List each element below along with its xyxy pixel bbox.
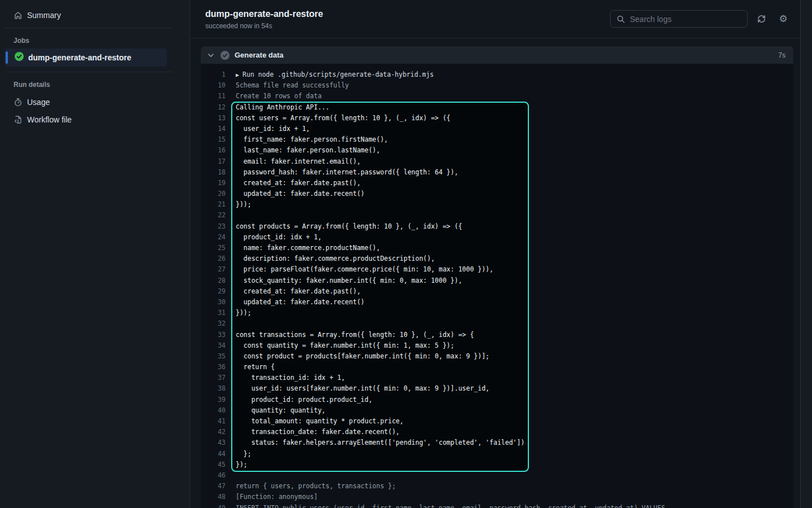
log-text: price: parseFloat(faker.commerce.price({… xyxy=(236,264,493,275)
line-number[interactable]: 18 xyxy=(201,167,226,178)
line-number[interactable]: 27 xyxy=(201,264,226,275)
line-number[interactable]: 24 xyxy=(201,232,226,243)
group-expand-triangle-icon[interactable]: ▶ xyxy=(236,72,239,78)
log-line-13[interactable]: 13const users = Array.from({ length: 10 … xyxy=(201,113,793,124)
gear-icon[interactable]: ⚙ xyxy=(778,14,788,24)
log-line-26[interactable]: 26 description: faker.commerce.productDe… xyxy=(201,253,793,264)
log-line-37[interactable]: 37 transaction_id: idx + 1, xyxy=(201,373,793,383)
log-line-10[interactable]: 10Schema file read successfully xyxy=(201,80,793,91)
log-line-21[interactable]: 21})); xyxy=(201,199,793,210)
line-number[interactable]: 40 xyxy=(201,405,226,416)
line-number[interactable]: 31 xyxy=(201,308,226,318)
line-number[interactable]: 17 xyxy=(201,156,226,167)
line-number[interactable]: 1 xyxy=(201,69,226,80)
log-line-40[interactable]: 40 quantity: quantity, xyxy=(201,405,793,416)
log-line-47[interactable]: 47return { users, products, transactions… xyxy=(201,481,793,492)
line-number[interactable]: 23 xyxy=(201,221,226,232)
step-header-generate-data[interactable]: Generate data 7s xyxy=(201,46,793,64)
line-number[interactable]: 14 xyxy=(201,124,226,134)
log-line-23[interactable]: 23const products = Array.from({ length: … xyxy=(201,221,793,232)
line-number[interactable]: 10 xyxy=(201,80,226,91)
line-number[interactable]: 34 xyxy=(201,340,226,351)
job-name: dump-generate-and-restore xyxy=(28,53,131,62)
line-number[interactable]: 28 xyxy=(201,275,226,286)
sidebar-item-summary[interactable]: Summary xyxy=(9,6,171,24)
log-line-29[interactable]: 29 created_at: faker.date.past(), xyxy=(201,286,793,297)
sidebar-job-dump-generate-and-restore[interactable]: dump-generate-and-restore xyxy=(5,49,167,67)
log-line-15[interactable]: 15 first_name: faker.person.firstName(), xyxy=(201,134,793,145)
log-line-19[interactable]: 19 created_at: faker.date.past(), xyxy=(201,178,793,189)
line-number[interactable]: 30 xyxy=(201,297,226,308)
log-line-24[interactable]: 24 product_id: idx + 1, xyxy=(201,232,793,243)
line-number[interactable]: 13 xyxy=(201,113,226,124)
line-number[interactable]: 37 xyxy=(201,373,226,383)
line-number[interactable]: 15 xyxy=(201,134,226,145)
sidebar-item-usage[interactable]: Usage xyxy=(9,93,171,111)
line-number[interactable]: 43 xyxy=(201,437,226,448)
run-header: dump-generate-and-restore succeeded now … xyxy=(190,0,800,38)
log-line-34[interactable]: 34 const quantity = faker.number.int({ m… xyxy=(201,340,793,351)
line-number[interactable]: 26 xyxy=(201,253,226,264)
log-line-16[interactable]: 16 last_name: faker.person.lastName(), xyxy=(201,145,793,156)
log-line-38[interactable]: 38 user_id: users[faker.number.int({ min… xyxy=(201,383,793,394)
line-number[interactable]: 45 xyxy=(201,459,226,470)
log-text: name: faker.commerce.productName(), xyxy=(236,243,380,253)
log-line-33[interactable]: 33const transactions = Array.from({ leng… xyxy=(201,330,793,340)
line-number[interactable]: 21 xyxy=(201,199,226,210)
line-number[interactable]: 36 xyxy=(201,362,226,373)
refresh-button[interactable] xyxy=(756,14,766,24)
log-line-17[interactable]: 17 email: faker.internet.email(), xyxy=(201,156,793,167)
log-line-41[interactable]: 41 total_amount: quantity * product.pric… xyxy=(201,416,793,427)
log-line-39[interactable]: 39 product_id: product.product_id, xyxy=(201,395,793,405)
log-line-12[interactable]: 12Calling Anthropic API... xyxy=(201,102,793,113)
log-text: status: faker.helpers.arrayElement(['pen… xyxy=(236,437,524,448)
line-number[interactable]: 44 xyxy=(201,449,226,459)
line-number[interactable]: 35 xyxy=(201,351,226,362)
log-line-35[interactable]: 35 const product = products[faker.number… xyxy=(201,351,793,362)
log-line-49[interactable]: 49INSERT INTO public.users (user_id, fir… xyxy=(201,503,793,508)
log-line-44[interactable]: 44 }; xyxy=(201,449,793,459)
chevron-down-icon[interactable] xyxy=(206,51,215,60)
log-line-31[interactable]: 31})); xyxy=(201,308,793,318)
line-number[interactable]: 48 xyxy=(201,492,226,502)
line-number[interactable]: 16 xyxy=(201,145,226,156)
search-logs-input[interactable] xyxy=(630,15,742,24)
line-number[interactable]: 41 xyxy=(201,416,226,427)
log-line-27[interactable]: 27 price: parseFloat(faker.commerce.pric… xyxy=(201,264,793,275)
line-number[interactable]: 25 xyxy=(201,243,226,253)
log-line-14[interactable]: 14 user_id: idx + 1, xyxy=(201,124,793,134)
line-number[interactable]: 49 xyxy=(201,503,226,508)
search-logs-box[interactable] xyxy=(610,10,748,28)
log-line-28[interactable]: 28 stock_quantity: faker.number.int({ mi… xyxy=(201,275,793,286)
line-number[interactable]: 32 xyxy=(201,318,226,329)
line-number[interactable]: 11 xyxy=(201,91,226,102)
log-line-32[interactable]: 32 xyxy=(201,318,793,329)
sidebar-item-workflow-file[interactable]: Workflow file xyxy=(9,111,171,129)
log-line-45[interactable]: 45}); xyxy=(201,459,793,470)
log-line-18[interactable]: 18 password_hash: faker.internet.passwor… xyxy=(201,167,793,178)
line-number[interactable]: 22 xyxy=(201,210,226,221)
sidebar-usage-label: Usage xyxy=(27,98,50,107)
log-line-48[interactable]: 48[Function: anonymous] xyxy=(201,492,793,502)
line-number[interactable]: 20 xyxy=(201,189,226,199)
log-line-25[interactable]: 25 name: faker.commerce.productName(), xyxy=(201,243,793,253)
log-line-11[interactable]: 11Create 10 rows of data xyxy=(201,91,793,102)
line-number[interactable]: 29 xyxy=(201,286,226,297)
line-number[interactable]: 39 xyxy=(201,395,226,405)
line-number[interactable]: 42 xyxy=(201,427,226,437)
log-line-1[interactable]: 1▶Run node .github/scripts/generate-data… xyxy=(201,69,793,80)
line-number[interactable]: 33 xyxy=(201,330,226,340)
log-line-36[interactable]: 36 return { xyxy=(201,362,793,373)
log-line-20[interactable]: 20 updated_at: faker.date.recent() xyxy=(201,189,793,199)
line-number[interactable]: 12 xyxy=(201,102,226,113)
line-number[interactable]: 19 xyxy=(201,178,226,189)
log-line-30[interactable]: 30 updated_at: faker.date.recent() xyxy=(201,297,793,308)
log-panel: Generate data 7s 1▶Run node .github/scri… xyxy=(201,46,793,508)
log-line-43[interactable]: 43 status: faker.helpers.arrayElement(['… xyxy=(201,437,793,448)
log-line-46[interactable]: 46 xyxy=(201,470,793,481)
line-number[interactable]: 38 xyxy=(201,383,226,394)
log-line-42[interactable]: 42 transaction_date: faker.date.recent()… xyxy=(201,427,793,437)
line-number[interactable]: 47 xyxy=(201,481,226,492)
log-line-22[interactable]: 22 xyxy=(201,210,793,221)
line-number[interactable]: 46 xyxy=(201,470,226,481)
